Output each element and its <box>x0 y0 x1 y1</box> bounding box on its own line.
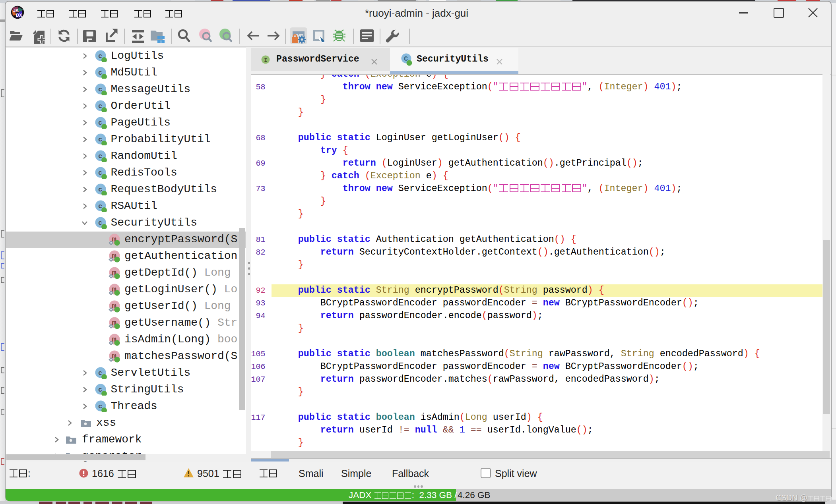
svg-text:DX: DX <box>16 13 22 17</box>
svg-text:JA: JA <box>13 8 19 13</box>
svg-text:I: I <box>264 57 267 64</box>
